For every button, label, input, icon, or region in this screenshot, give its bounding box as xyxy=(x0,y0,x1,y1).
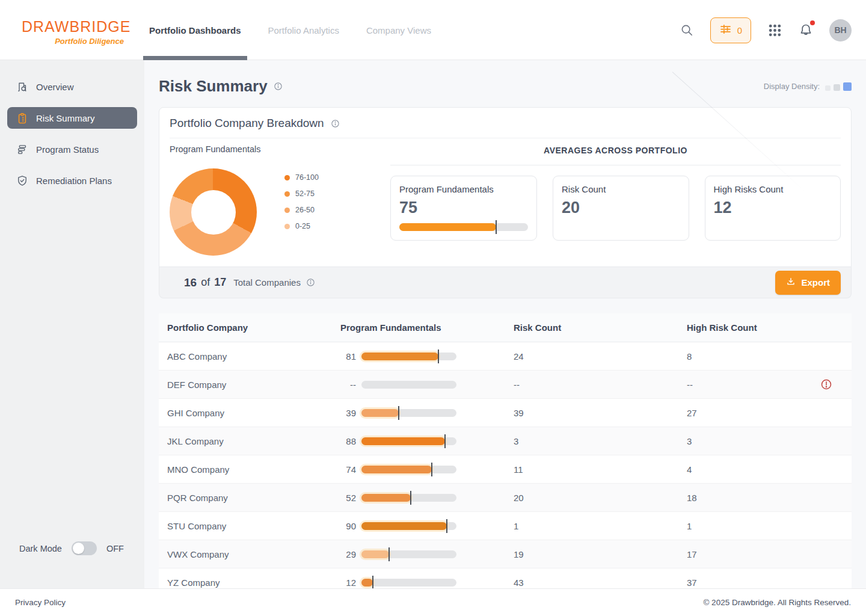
fundamentals-bar xyxy=(361,466,456,473)
fundamentals-bar xyxy=(361,381,456,389)
fundamentals-cell: 74 xyxy=(340,464,514,475)
sidebar-item-overview[interactable]: Overview xyxy=(7,76,137,97)
average-card-label: High Risks Count xyxy=(714,184,832,194)
risk-count-value: 3 xyxy=(514,436,687,446)
portfolio-breakdown-card: Portfolio Company Breakdown Program Fund… xyxy=(159,107,852,267)
notification-dot xyxy=(810,20,815,25)
display-density-control: Display Density: xyxy=(764,82,852,91)
page-info-icon[interactable] xyxy=(274,82,283,91)
risk-count-value: 11 xyxy=(514,464,687,475)
total-companies-info-icon[interactable] xyxy=(306,278,315,287)
copyright-text: © 2025 Drawbridge. All Rights Reserved. xyxy=(703,598,851,607)
density-option-3-selected[interactable] xyxy=(843,82,852,91)
nav-tab-company-views[interactable]: Company Views xyxy=(366,0,431,60)
legend-item-52-75: 52-75 xyxy=(284,189,319,198)
bar-fill xyxy=(361,466,432,473)
dark-mode-state: OFF xyxy=(106,544,124,553)
sidebar-item-label: Overview xyxy=(36,82,74,92)
table-row-ghi-company[interactable]: GHI Company393927 xyxy=(159,399,852,427)
high-risk-count-value: 1 xyxy=(687,521,852,531)
bar-marker xyxy=(388,547,390,561)
table-row-mno-company[interactable]: MNO Company74114 xyxy=(159,455,852,484)
filter-button[interactable]: 0 xyxy=(710,17,751,43)
legend-label: 76-100 xyxy=(295,173,319,182)
search-icon[interactable] xyxy=(679,22,695,38)
sidebar-item-label: Program Status xyxy=(36,144,99,155)
company-name: DEF Company xyxy=(159,380,340,390)
bar-fill xyxy=(361,494,411,502)
dark-mode-toggle[interactable] xyxy=(72,541,97,555)
high-risk-count-value: 18 xyxy=(687,493,852,503)
progress-fill xyxy=(399,223,496,231)
sidebar-item-label: Remediation Plans xyxy=(36,176,112,186)
legend-dot xyxy=(284,224,290,229)
table-row-def-company[interactable]: DEF Company------ xyxy=(159,371,852,399)
company-name: ABC Company xyxy=(159,351,340,362)
table-row-abc-company[interactable]: ABC Company81248 xyxy=(159,342,852,371)
fundamentals-value: 88 xyxy=(340,436,356,446)
average-progress-bar xyxy=(399,223,528,231)
high-risk-count-value: 37 xyxy=(687,578,852,588)
average-card-value: 12 xyxy=(714,199,832,217)
legend-item-26-50: 26-50 xyxy=(284,206,319,214)
main-content: Risk Summary Display Density: Portfolio … xyxy=(144,60,866,588)
donut-chart[interactable] xyxy=(170,168,257,256)
legend-item-76-100: 76-100 xyxy=(284,173,319,182)
average-card-high-risks-count: High Risks Count12 xyxy=(705,176,841,241)
fundamentals-bar xyxy=(361,579,456,587)
notifications-bell-icon[interactable] xyxy=(798,22,814,38)
bar-fill xyxy=(361,437,445,445)
table-row-stu-company[interactable]: STU Company9011 xyxy=(159,512,852,540)
risk-count-value: 39 xyxy=(514,408,687,418)
avatar[interactable]: BH xyxy=(829,19,852,42)
fundamentals-value: 52 xyxy=(340,493,356,503)
footer: Privacy Policy © 2025 Drawbridge. All Ri… xyxy=(0,588,866,616)
display-density-label: Display Density: xyxy=(764,82,820,91)
risk-count-value: 24 xyxy=(514,351,687,362)
table-row-pqr-company[interactable]: PQR Company522018 xyxy=(159,484,852,512)
privacy-policy-link[interactable]: Privacy Policy xyxy=(15,598,66,607)
chart-metric-label: Program Fundamentals xyxy=(170,144,390,154)
bar-marker xyxy=(431,463,432,476)
nav-tab-portfolio-analytics[interactable]: Portfolio Analytics xyxy=(268,0,339,60)
bar-fill xyxy=(361,550,389,558)
apps-grid-icon[interactable] xyxy=(767,22,782,38)
density-option-1[interactable] xyxy=(825,85,831,91)
sidebar-item-remediation-plans[interactable]: Remediation Plans xyxy=(7,170,137,191)
dark-mode-control: Dark Mode OFF xyxy=(19,541,124,555)
density-option-2[interactable] xyxy=(834,84,840,91)
fundamentals-cell: 90 xyxy=(340,521,514,531)
company-name: MNO Company xyxy=(159,464,340,475)
sidebar-item-risk-summary[interactable]: Risk Summary xyxy=(7,107,137,129)
donut-hole xyxy=(191,190,236,235)
company-name: YZ Company xyxy=(159,578,340,588)
table-row-vwx-company[interactable]: VWX Company291917 xyxy=(159,540,852,568)
table-row-yz-company[interactable]: YZ Company124337 xyxy=(159,568,852,588)
risk-summary-icon xyxy=(16,112,28,124)
bar-marker xyxy=(438,350,439,363)
legend-label: 26-50 xyxy=(295,206,315,214)
program-status-icon xyxy=(16,143,28,155)
brand-tagline: Portfolio Diligence xyxy=(22,37,124,46)
risk-count-value: 19 xyxy=(514,549,687,559)
fundamentals-value: -- xyxy=(340,380,356,390)
brand-logo[interactable]: DRAWBRIDGE Portfolio Diligence xyxy=(22,18,124,46)
fundamentals-value: 12 xyxy=(340,578,356,588)
alert-icon[interactable] xyxy=(820,378,832,390)
fundamentals-cell: 52 xyxy=(340,493,514,503)
legend-item-0-25: 0-25 xyxy=(284,222,319,230)
column-header-program-fundamentals: Program Fundamentals xyxy=(340,322,514,333)
average-card-value: 20 xyxy=(562,199,680,217)
fundamentals-value: 74 xyxy=(340,464,356,475)
sidebar-item-program-status[interactable]: Program Status xyxy=(7,138,137,160)
companies-summary-strip: 16 of 17 Total Companies Export xyxy=(159,267,852,298)
fundamentals-cell: 81 xyxy=(340,351,514,362)
brand-name: DRAWBRIDGE xyxy=(22,18,124,35)
fundamentals-bar xyxy=(361,409,456,417)
sidebar-item-label: Risk Summary xyxy=(36,113,95,123)
breakdown-info-icon[interactable] xyxy=(331,119,340,128)
companies-total-count: 17 xyxy=(214,276,226,289)
table-row-jkl-company[interactable]: JKL Company8833 xyxy=(159,427,852,455)
nav-tab-portfolio-dashboards[interactable]: Portfolio Dashboards xyxy=(149,0,241,60)
export-button[interactable]: Export xyxy=(775,271,841,295)
